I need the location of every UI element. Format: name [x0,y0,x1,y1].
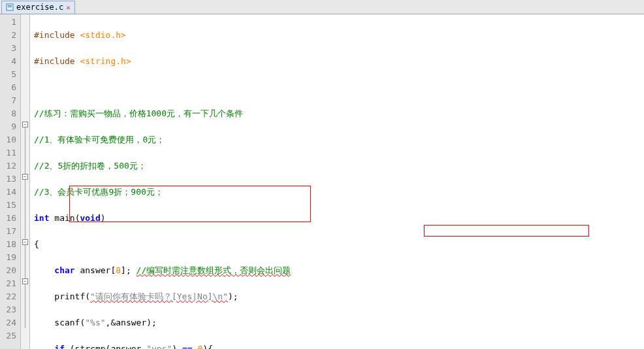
preprocessor: #include [34,56,75,66]
editor-window: exercise.c ✕ 123456789101112131415161718… [0,0,644,349]
include-header: <stdio.h> [80,30,125,40]
highlight-box [424,225,589,237]
comment: //练习：需购买一物品，价格1000元，有一下几个条件 [34,108,243,118]
keyword: char [54,265,74,275]
tab-bar: exercise.c ✕ [0,0,644,14]
comment: //2、5折的折扣卷，500元； [34,161,146,171]
function-name: main [54,213,74,223]
keyword: void [80,213,100,223]
fold-toggle[interactable]: − [22,122,28,127]
string: "%s" [85,318,105,327]
string: "请问你有体验卡吗？[Yes|No]\n" [90,291,228,301]
svg-rect-1 [8,5,12,6]
code-area[interactable]: #include <stdio.h> #include <string.h> /… [30,14,644,349]
brace: { [34,239,39,249]
line-gutter: 1234567891011121314151617181920212223242… [0,14,21,349]
comment: //1、有体验卡可免费使用，0元； [34,135,165,144]
comment: //3、会员卡可优惠9折；900元； [34,187,163,197]
include-header: <string.h> [80,56,131,66]
keyword: int [34,213,49,223]
svg-rect-2 [8,7,12,7]
tab-filename: exercise.c [16,3,63,12]
file-tab[interactable]: exercise.c ✕ [1,1,75,14]
close-icon[interactable]: ✕ [66,3,71,12]
fold-toggle[interactable]: − [22,278,28,284]
string: "yes" [146,344,172,349]
fold-toggle[interactable]: − [22,239,28,245]
code-editor[interactable]: 1234567891011121314151617181920212223242… [0,14,644,349]
comment: //编写时需注意数组形式，否则会出问题 [137,265,291,275]
keyword: if [54,344,65,349]
number: 8 [116,265,121,275]
file-icon [6,3,14,11]
number: 0 [197,344,202,349]
preprocessor: #include [34,30,75,40]
fold-toggle[interactable]: − [22,174,28,180]
fold-column: − − − − [21,14,30,349]
identifier: answer [80,265,110,275]
